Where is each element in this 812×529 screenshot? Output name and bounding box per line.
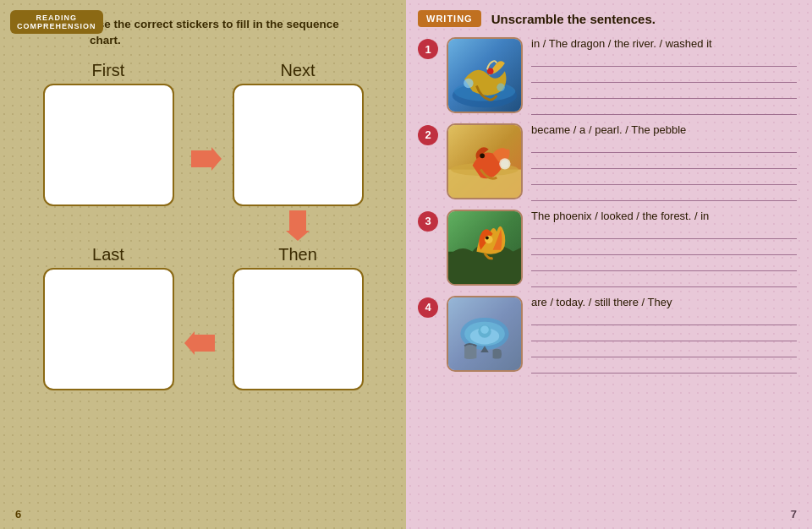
svg-marker-2 [184, 331, 215, 355]
sequence-chart: First Next [14, 57, 392, 394]
svg-point-15 [486, 236, 489, 239]
write-line-2b[interactable] [531, 159, 797, 169]
write-lines-3 [531, 229, 797, 287]
then-label: Then [278, 245, 317, 268]
then-box [233, 268, 364, 390]
item-number-4: 4 [418, 297, 438, 318]
item-image-2 [447, 123, 523, 199]
write-line-1a[interactable] [531, 57, 797, 67]
right-instruction: Unscramble the sentences. [491, 12, 656, 26]
pebble-pearl-illustration [448, 125, 521, 198]
item-number-1: 1 [418, 39, 438, 59]
svg-point-21 [480, 325, 489, 334]
left-panel-inner: READING COMPREHENSION Use the correct st… [0, 0, 406, 529]
scrambled-text-4: are / today. / still there / They [531, 296, 797, 310]
arrow-left-icon [184, 331, 215, 358]
right-panel: WRITING Unscramble the sentences. 1 [406, 0, 812, 529]
left-page-number: 6 [15, 508, 21, 521]
item-content-1: in / The dragon / the river. / washed it [531, 37, 797, 115]
write-lines-4 [531, 315, 797, 374]
arrow-down-area [203, 210, 392, 242]
left-panel: READING COMPREHENSION Use the correct st… [0, 0, 406, 529]
svg-marker-1 [286, 210, 310, 241]
write-line-4b[interactable] [531, 331, 797, 341]
item-number-2: 2 [418, 125, 438, 145]
write-lines-1 [531, 57, 797, 115]
item-image-1 [447, 37, 523, 113]
write-line-2d[interactable] [531, 191, 797, 201]
svg-point-14 [485, 235, 493, 243]
item-content-3: The phoenix / looked / the forest. / in [531, 210, 797, 287]
last-box [43, 268, 174, 390]
writing-header: WRITING Unscramble the sentences. [418, 10, 797, 27]
item-number-3: 3 [418, 211, 438, 232]
reading-comprehension-badge: READING COMPREHENSION [10, 10, 103, 34]
write-lines-2 [531, 143, 797, 201]
first-box [43, 84, 174, 206]
scrambled-text-1: in / The dragon / the river. / washed it [531, 37, 797, 52]
item-image-placeholder-3 [448, 211, 521, 284]
write-line-2a[interactable] [531, 143, 797, 153]
writing-item-4: 4 [418, 296, 797, 374]
left-instruction: Use the correct stickers to fill in the … [90, 17, 369, 49]
still-there-illustration [448, 297, 521, 370]
write-line-3a[interactable] [531, 229, 797, 239]
write-line-1d[interactable] [531, 105, 797, 115]
writing-item-2: 2 became / a / [418, 123, 797, 201]
right-page-number: 7 [791, 508, 797, 521]
svg-point-7 [497, 84, 505, 92]
item-image-placeholder-1 [448, 39, 521, 112]
first-label: First [92, 61, 125, 84]
write-line-4a[interactable] [531, 315, 797, 325]
last-cell: Last [14, 242, 203, 394]
writing-items: 1 in / The dra [418, 37, 797, 374]
write-line-4c[interactable] [531, 347, 797, 357]
item-image-placeholder-4 [448, 297, 521, 370]
item-image-placeholder-2 [448, 125, 521, 198]
write-line-3b[interactable] [531, 245, 797, 255]
write-line-4d[interactable] [531, 363, 797, 374]
write-line-3c[interactable] [531, 261, 797, 271]
arrow-right-1 [191, 147, 222, 174]
next-label: Next [280, 61, 315, 84]
scrambled-text-3: The phoenix / looked / the forest. / in [531, 210, 797, 224]
next-cell: Next [203, 57, 392, 210]
item-image-3 [447, 210, 523, 286]
item-content-2: became / a / pearl. / The pebble [531, 123, 797, 201]
next-box [233, 84, 364, 206]
item-content-4: are / today. / still there / They [531, 296, 797, 374]
svg-point-12 [501, 160, 509, 168]
badge-line2: COMPREHENSION [17, 22, 96, 30]
writing-badge: WRITING [418, 10, 481, 27]
badge-line1: READING [36, 14, 78, 22]
svg-marker-0 [191, 147, 222, 171]
first-cell: First [14, 57, 203, 210]
then-cell: Then [203, 242, 392, 394]
arrow-area-1 [14, 210, 203, 242]
arrow-down-icon [286, 210, 310, 241]
phoenix-forest-illustration [448, 211, 521, 284]
scrambled-text-2: became / a / pearl. / The pebble [531, 123, 797, 138]
writing-item-1: 1 in / The dra [418, 37, 797, 115]
item-image-4 [447, 296, 523, 372]
last-label: Last [92, 245, 124, 268]
svg-point-10 [480, 153, 485, 158]
write-line-1c[interactable] [531, 89, 797, 99]
write-line-1b[interactable] [531, 73, 797, 83]
write-line-2c[interactable] [531, 175, 797, 185]
write-line-3d[interactable] [531, 277, 797, 287]
dragon-river-illustration [448, 39, 521, 112]
writing-item-3: 3 The phoenix / looked / th [418, 210, 797, 287]
svg-point-6 [464, 79, 473, 88]
